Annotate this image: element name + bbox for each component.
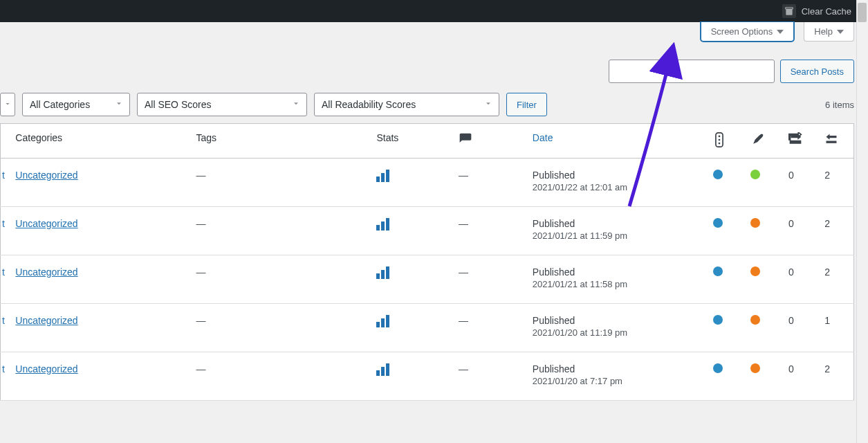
col-outgoing-links-header[interactable] bbox=[782, 124, 818, 159]
filter-select-small[interactable] bbox=[0, 93, 15, 116]
row-edge: t bbox=[1, 352, 9, 401]
category-link[interactable]: Uncategorized bbox=[15, 266, 77, 278]
posts-table: Categories Tags Stats Date t bbox=[0, 123, 854, 401]
stats-bars-icon bbox=[376, 218, 389, 230]
seo-dot-icon bbox=[713, 170, 723, 179]
cache-icon bbox=[782, 4, 796, 18]
readability-dot-icon bbox=[750, 218, 760, 228]
readability-cell bbox=[744, 255, 782, 304]
stats-cell[interactable] bbox=[369, 304, 452, 352]
screen-options-label: Screen Options bbox=[711, 26, 773, 37]
row-edge: t bbox=[1, 255, 9, 304]
row-edge: t bbox=[1, 207, 9, 255]
tags-cell: — bbox=[189, 159, 369, 207]
clear-cache-button[interactable]: Clear Cache bbox=[777, 0, 857, 22]
seo-cell bbox=[706, 207, 744, 255]
clear-cache-label: Clear Cache bbox=[802, 6, 851, 17]
status-text: Published bbox=[533, 363, 699, 374]
readability-cell bbox=[744, 159, 782, 207]
seo-dot-icon bbox=[713, 266, 723, 276]
seo-filter-select[interactable]: All SEO Scores bbox=[137, 93, 307, 116]
seo-filter-label: All SEO Scores bbox=[145, 99, 211, 110]
date-cell: Published 2021/01/21 at 11:59 pm bbox=[526, 207, 706, 255]
date-text: 2021/01/22 at 12:01 am bbox=[533, 182, 699, 192]
readability-dot-icon bbox=[750, 363, 760, 373]
category-link[interactable]: Uncategorized bbox=[15, 363, 77, 374]
table-row: t Uncategorized — — Published 2021/01/21… bbox=[1, 207, 854, 255]
col-seo-header[interactable] bbox=[706, 124, 744, 159]
stats-bars-icon bbox=[376, 363, 389, 376]
col-stats-header[interactable]: Stats bbox=[369, 124, 452, 159]
date-cell: Published 2021/01/20 at 7:17 pm bbox=[526, 352, 706, 401]
seo-cell bbox=[706, 304, 744, 352]
help-label: Help bbox=[814, 26, 833, 37]
comments-cell: — bbox=[452, 159, 526, 207]
row-edge: t bbox=[1, 159, 9, 207]
search-posts-button[interactable]: Search Posts bbox=[780, 60, 854, 83]
incoming-links-cell: 2 bbox=[818, 255, 853, 304]
stats-cell[interactable] bbox=[369, 255, 452, 304]
screen-options-toggle[interactable]: Screen Options bbox=[701, 22, 795, 42]
readability-filter-label: All Readability Scores bbox=[322, 99, 416, 110]
comments-cell: — bbox=[452, 255, 526, 304]
filter-button[interactable]: Filter bbox=[506, 93, 547, 116]
table-row: t Uncategorized — — Published 2021/01/21… bbox=[1, 255, 854, 304]
date-cell: Published 2021/01/22 at 12:01 am bbox=[526, 159, 706, 207]
category-link[interactable]: Uncategorized bbox=[15, 170, 77, 181]
col-readability-header[interactable] bbox=[744, 124, 782, 159]
outgoing-links-cell: 0 bbox=[782, 255, 818, 304]
stats-bars-icon bbox=[376, 170, 389, 182]
screen-meta-links: Screen Options Help bbox=[0, 22, 868, 42]
col-date-header[interactable]: Date bbox=[526, 124, 706, 159]
stats-cell[interactable] bbox=[369, 159, 452, 207]
col-tags-header[interactable]: Tags bbox=[189, 124, 369, 159]
vertical-scrollbar[interactable] bbox=[856, 0, 868, 443]
status-text: Published bbox=[533, 315, 699, 326]
readability-cell bbox=[744, 304, 782, 352]
incoming-links-cell: 2 bbox=[818, 207, 853, 255]
readability-cell bbox=[744, 352, 782, 401]
category-link[interactable]: Uncategorized bbox=[15, 218, 77, 229]
chevron-down-icon bbox=[291, 99, 301, 111]
col-categories-header[interactable]: Categories bbox=[8, 124, 189, 159]
items-count: 6 items bbox=[825, 100, 854, 110]
svg-point-3 bbox=[719, 143, 721, 145]
table-row: t Uncategorized — — Published 2021/01/20… bbox=[1, 304, 854, 352]
outgoing-links-cell: 0 bbox=[782, 352, 818, 401]
chevron-down-icon bbox=[114, 99, 124, 111]
svg-point-1 bbox=[719, 136, 721, 138]
seo-cell bbox=[706, 255, 744, 304]
row-edge: t bbox=[1, 304, 9, 352]
search-input[interactable] bbox=[609, 60, 775, 83]
search-row: Search Posts bbox=[0, 42, 868, 90]
tags-cell: — bbox=[189, 255, 369, 304]
tags-cell: — bbox=[189, 304, 369, 352]
comments-cell: — bbox=[452, 352, 526, 401]
date-text: 2021/01/21 at 11:58 pm bbox=[533, 279, 699, 289]
date-cell: Published 2021/01/20 at 11:19 pm bbox=[526, 304, 706, 352]
seo-dot-icon bbox=[713, 363, 723, 373]
comments-cell: — bbox=[452, 207, 526, 255]
col-incoming-links-header[interactable] bbox=[818, 124, 853, 159]
seo-dot-icon bbox=[713, 218, 723, 228]
col-comments-header[interactable] bbox=[452, 124, 526, 159]
stats-bars-icon bbox=[376, 266, 389, 279]
readability-filter-select[interactable]: All Readability Scores bbox=[314, 93, 499, 116]
svg-rect-5 bbox=[827, 141, 837, 143]
stats-cell[interactable] bbox=[369, 207, 452, 255]
seo-dot-icon bbox=[713, 315, 723, 325]
seo-cell bbox=[706, 352, 744, 401]
category-link[interactable]: Uncategorized bbox=[15, 315, 77, 326]
chevron-down-icon bbox=[3, 99, 12, 110]
status-text: Published bbox=[533, 218, 699, 229]
stats-cell[interactable] bbox=[369, 352, 452, 401]
readability-dot-icon bbox=[750, 170, 760, 179]
incoming-links-cell: 2 bbox=[818, 159, 853, 207]
stats-bars-icon bbox=[376, 315, 389, 327]
categories-filter-select[interactable]: All Categories bbox=[22, 93, 130, 116]
help-toggle[interactable]: Help bbox=[804, 22, 854, 42]
status-text: Published bbox=[533, 266, 699, 278]
tags-cell: — bbox=[189, 352, 369, 401]
incoming-links-cell: 2 bbox=[818, 352, 853, 401]
filter-row: All Categories All SEO Scores All Readab… bbox=[0, 90, 868, 123]
